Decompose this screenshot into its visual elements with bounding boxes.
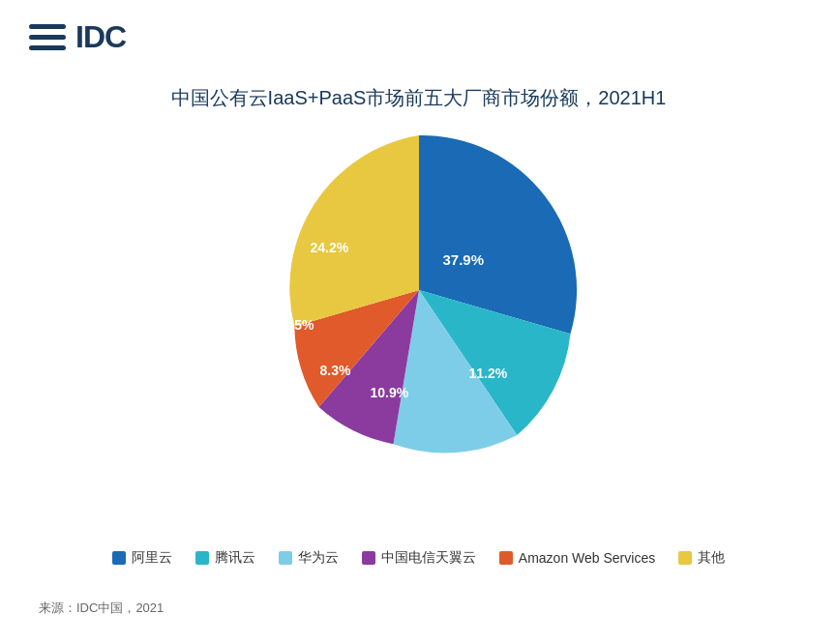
idc-logo-icon [29,20,72,55]
svg-rect-1 [29,35,66,40]
logo-area: IDC [29,19,126,55]
chart-title: 中国公有云IaaS+PaaS市场前五大厂商市场份额，2021H1 [0,85,837,111]
legend-color-aws [499,551,513,565]
legend-color-tencent [195,551,209,565]
source-text: 来源：IDC中国，2021 [39,600,164,617]
legend-color-aliyun [112,551,126,565]
legend-label-aliyun: 阿里云 [132,549,172,567]
legend-label-huawei: 华为云 [298,549,339,567]
legend-label-chinatelecom: 中国电信天翼云 [381,549,476,567]
svg-rect-0 [29,24,66,29]
legend-item-tencent: 腾讯云 [195,549,255,567]
legend-item-others: 其他 [678,549,725,567]
pie-chart-svg [254,126,583,454]
svg-rect-2 [29,45,66,50]
legend-label-others: 其他 [698,549,725,567]
legend-color-others [678,551,692,565]
legend-item-chinatelecom: 中国电信天翼云 [362,549,476,567]
legend: 阿里云 腾讯云 华为云 中国电信天翼云 Amazon Web Services … [0,549,837,567]
legend-label-tencent: 腾讯云 [215,549,255,567]
legend-color-huawei [279,551,292,565]
legend-item-aws: Amazon Web Services [499,549,655,567]
logo-text: IDC [75,19,126,55]
legend-item-huawei: 华为云 [279,549,339,567]
pie-chart-container [254,126,583,454]
legend-item-aliyun: 阿里云 [112,549,172,567]
legend-color-chinatelecom [362,551,375,565]
legend-label-aws: Amazon Web Services [519,550,655,566]
